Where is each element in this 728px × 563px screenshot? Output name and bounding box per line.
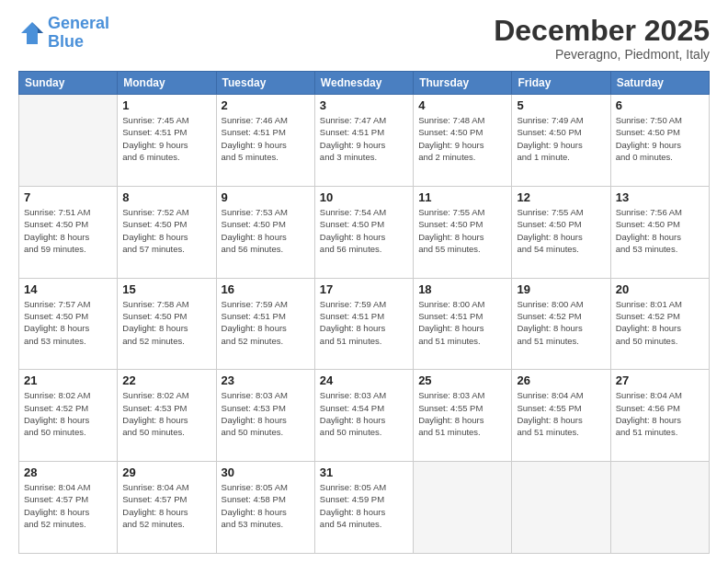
- weekday-header: Wednesday: [314, 72, 413, 95]
- day-number: 14: [24, 282, 112, 296]
- weekday-header: Friday: [512, 72, 610, 95]
- calendar-cell: [19, 95, 118, 187]
- day-number: 10: [320, 190, 408, 204]
- day-number: 24: [320, 373, 408, 387]
- day-number: 22: [122, 373, 210, 387]
- weekday-header: Sunday: [19, 72, 118, 95]
- day-info: Sunrise: 8:03 AM Sunset: 4:55 PM Dayligh…: [418, 389, 506, 438]
- day-info: Sunrise: 7:54 AM Sunset: 4:50 PM Dayligh…: [320, 206, 408, 255]
- day-info: Sunrise: 7:55 AM Sunset: 4:50 PM Dayligh…: [517, 206, 605, 255]
- day-info: Sunrise: 7:59 AM Sunset: 4:51 PM Dayligh…: [222, 298, 310, 347]
- calendar-cell: 17Sunrise: 7:59 AM Sunset: 4:51 PM Dayli…: [314, 278, 413, 370]
- calendar-cell: 30Sunrise: 8:05 AM Sunset: 4:58 PM Dayli…: [216, 462, 314, 554]
- day-number: 7: [24, 190, 112, 204]
- day-info: Sunrise: 8:02 AM Sunset: 4:52 PM Dayligh…: [24, 389, 112, 438]
- day-info: Sunrise: 8:00 AM Sunset: 4:51 PM Dayligh…: [418, 298, 506, 347]
- day-number: 5: [517, 98, 605, 112]
- day-number: 2: [222, 98, 310, 112]
- subtitle: Peveragno, Piedmont, Italy: [494, 47, 710, 62]
- day-number: 30: [222, 465, 310, 479]
- header: General Blue December 2025 Peveragno, Pi…: [18, 15, 710, 62]
- day-number: 1: [122, 98, 210, 112]
- calendar: SundayMondayTuesdayWednesdayThursdayFrid…: [18, 71, 710, 554]
- day-info: Sunrise: 7:51 AM Sunset: 4:50 PM Dayligh…: [24, 206, 112, 255]
- month-title: December 2025: [494, 15, 710, 47]
- day-info: Sunrise: 8:03 AM Sunset: 4:53 PM Dayligh…: [222, 389, 310, 438]
- logo-icon: [18, 19, 46, 47]
- day-number: 4: [418, 98, 506, 112]
- day-number: 16: [222, 282, 310, 296]
- day-number: 21: [24, 373, 112, 387]
- day-number: 20: [616, 282, 704, 296]
- day-number: 28: [24, 465, 112, 479]
- weekday-header: Saturday: [610, 72, 709, 95]
- weekday-header: Thursday: [414, 72, 512, 95]
- weekday-header-row: SundayMondayTuesdayWednesdayThursdayFrid…: [19, 72, 710, 95]
- calendar-cell: 31Sunrise: 8:05 AM Sunset: 4:59 PM Dayli…: [314, 462, 413, 554]
- day-info: Sunrise: 8:04 AM Sunset: 4:57 PM Dayligh…: [122, 481, 210, 530]
- calendar-cell: 6Sunrise: 7:50 AM Sunset: 4:50 PM Daylig…: [610, 95, 709, 187]
- calendar-cell: 8Sunrise: 7:52 AM Sunset: 4:50 PM Daylig…: [118, 186, 216, 278]
- calendar-week-row: 7Sunrise: 7:51 AM Sunset: 4:50 PM Daylig…: [19, 186, 710, 278]
- weekday-header: Tuesday: [216, 72, 314, 95]
- day-info: Sunrise: 8:01 AM Sunset: 4:52 PM Dayligh…: [616, 298, 704, 347]
- calendar-cell: 13Sunrise: 7:56 AM Sunset: 4:50 PM Dayli…: [610, 186, 709, 278]
- calendar-cell: [610, 462, 709, 554]
- day-info: Sunrise: 8:05 AM Sunset: 4:59 PM Dayligh…: [320, 481, 408, 530]
- day-info: Sunrise: 7:58 AM Sunset: 4:50 PM Dayligh…: [122, 298, 210, 347]
- calendar-cell: 14Sunrise: 7:57 AM Sunset: 4:50 PM Dayli…: [19, 278, 118, 370]
- day-info: Sunrise: 8:02 AM Sunset: 4:53 PM Dayligh…: [122, 389, 210, 438]
- day-info: Sunrise: 7:57 AM Sunset: 4:50 PM Dayligh…: [24, 298, 112, 347]
- calendar-cell: 4Sunrise: 7:48 AM Sunset: 4:50 PM Daylig…: [414, 95, 512, 187]
- logo-text: General Blue: [48, 15, 109, 52]
- day-number: 3: [320, 98, 408, 112]
- calendar-cell: 22Sunrise: 8:02 AM Sunset: 4:53 PM Dayli…: [118, 370, 216, 462]
- day-info: Sunrise: 7:59 AM Sunset: 4:51 PM Dayligh…: [320, 298, 408, 347]
- day-info: Sunrise: 7:55 AM Sunset: 4:50 PM Dayligh…: [418, 206, 506, 255]
- calendar-week-row: 21Sunrise: 8:02 AM Sunset: 4:52 PM Dayli…: [19, 370, 710, 462]
- calendar-cell: 15Sunrise: 7:58 AM Sunset: 4:50 PM Dayli…: [118, 278, 216, 370]
- calendar-cell: 5Sunrise: 7:49 AM Sunset: 4:50 PM Daylig…: [512, 95, 610, 187]
- day-number: 25: [418, 373, 506, 387]
- title-section: December 2025 Peveragno, Piedmont, Italy: [494, 15, 710, 62]
- day-info: Sunrise: 7:46 AM Sunset: 4:51 PM Dayligh…: [222, 114, 310, 163]
- day-number: 17: [320, 282, 408, 296]
- day-info: Sunrise: 7:49 AM Sunset: 4:50 PM Dayligh…: [517, 114, 605, 163]
- calendar-cell: 12Sunrise: 7:55 AM Sunset: 4:50 PM Dayli…: [512, 186, 610, 278]
- day-info: Sunrise: 8:03 AM Sunset: 4:54 PM Dayligh…: [320, 389, 408, 438]
- calendar-cell: 20Sunrise: 8:01 AM Sunset: 4:52 PM Dayli…: [610, 278, 709, 370]
- calendar-cell: 27Sunrise: 8:04 AM Sunset: 4:56 PM Dayli…: [610, 370, 709, 462]
- calendar-cell: 1Sunrise: 7:45 AM Sunset: 4:51 PM Daylig…: [118, 95, 216, 187]
- day-info: Sunrise: 7:47 AM Sunset: 4:51 PM Dayligh…: [320, 114, 408, 163]
- day-number: 12: [517, 190, 605, 204]
- logo-blue: Blue: [48, 32, 84, 51]
- day-number: 15: [122, 282, 210, 296]
- day-info: Sunrise: 7:53 AM Sunset: 4:50 PM Dayligh…: [222, 206, 310, 255]
- day-info: Sunrise: 8:05 AM Sunset: 4:58 PM Dayligh…: [222, 481, 310, 530]
- day-number: 18: [418, 282, 506, 296]
- day-number: 29: [122, 465, 210, 479]
- calendar-cell: 3Sunrise: 7:47 AM Sunset: 4:51 PM Daylig…: [314, 95, 413, 187]
- calendar-cell: 7Sunrise: 7:51 AM Sunset: 4:50 PM Daylig…: [19, 186, 118, 278]
- calendar-cell: 24Sunrise: 8:03 AM Sunset: 4:54 PM Dayli…: [314, 370, 413, 462]
- calendar-week-row: 14Sunrise: 7:57 AM Sunset: 4:50 PM Dayli…: [19, 278, 710, 370]
- calendar-cell: 10Sunrise: 7:54 AM Sunset: 4:50 PM Dayli…: [314, 186, 413, 278]
- day-number: 9: [222, 190, 310, 204]
- calendar-cell: 26Sunrise: 8:04 AM Sunset: 4:55 PM Dayli…: [512, 370, 610, 462]
- day-number: 11: [418, 190, 506, 204]
- calendar-cell: 11Sunrise: 7:55 AM Sunset: 4:50 PM Dayli…: [414, 186, 512, 278]
- day-number: 27: [616, 373, 704, 387]
- day-info: Sunrise: 7:52 AM Sunset: 4:50 PM Dayligh…: [122, 206, 210, 255]
- calendar-cell: 18Sunrise: 8:00 AM Sunset: 4:51 PM Dayli…: [414, 278, 512, 370]
- logo-general: General: [48, 14, 109, 32]
- calendar-cell: 19Sunrise: 8:00 AM Sunset: 4:52 PM Dayli…: [512, 278, 610, 370]
- day-number: 31: [320, 465, 408, 479]
- day-info: Sunrise: 7:50 AM Sunset: 4:50 PM Dayligh…: [616, 114, 704, 163]
- day-info: Sunrise: 7:48 AM Sunset: 4:50 PM Dayligh…: [418, 114, 506, 163]
- calendar-cell: [414, 462, 512, 554]
- calendar-week-row: 28Sunrise: 8:04 AM Sunset: 4:57 PM Dayli…: [19, 462, 710, 554]
- calendar-cell: 23Sunrise: 8:03 AM Sunset: 4:53 PM Dayli…: [216, 370, 314, 462]
- day-info: Sunrise: 7:56 AM Sunset: 4:50 PM Dayligh…: [616, 206, 704, 255]
- day-info: Sunrise: 8:00 AM Sunset: 4:52 PM Dayligh…: [517, 298, 605, 347]
- day-number: 13: [616, 190, 704, 204]
